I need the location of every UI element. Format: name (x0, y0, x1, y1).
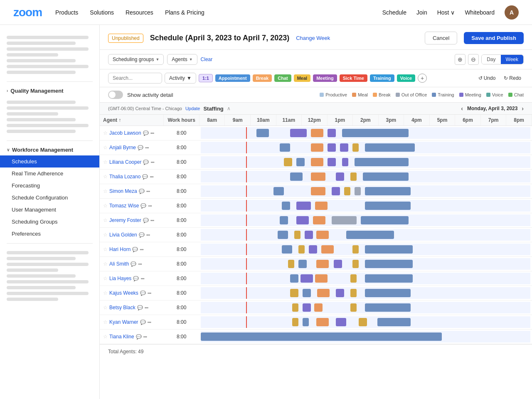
schedule-block[interactable] (365, 187, 411, 195)
agent-name-label[interactable]: Ali Smith (109, 261, 129, 267)
timeline-cell[interactable] (201, 200, 530, 212)
nav-whiteboard[interactable]: Whiteboard (465, 9, 495, 16)
sidebar-item-user-management[interactable]: User Management (0, 204, 99, 216)
nav-resources[interactable]: Resources (126, 9, 153, 16)
star-icon[interactable]: ☆ (103, 319, 108, 325)
prev-date-button[interactable]: ‹ (461, 105, 463, 112)
agent-name-label[interactable]: Liliana Cooper (109, 159, 141, 165)
timeline-cell[interactable] (201, 156, 530, 168)
schedule-block[interactable] (352, 260, 359, 268)
schedule-block[interactable] (355, 187, 361, 195)
message-icon[interactable]: 💬 (143, 160, 149, 165)
save-publish-button[interactable]: Save and Publish (464, 32, 524, 44)
sidebar-item-schedule-config[interactable]: Schedule Configuration (0, 192, 99, 204)
more-options-icon[interactable]: ••• (143, 334, 147, 339)
nav-host[interactable]: Host ∨ (437, 9, 455, 16)
schedule-block[interactable] (334, 260, 342, 268)
message-icon[interactable]: 💬 (139, 232, 145, 238)
schedule-block[interactable] (350, 172, 357, 181)
schedule-block[interactable] (315, 274, 328, 283)
star-icon[interactable]: ☆ (103, 334, 108, 340)
star-icon[interactable]: ☆ (103, 232, 108, 238)
message-icon[interactable]: 💬 (140, 291, 146, 296)
agent-name-label[interactable]: Jeremy Foster (109, 217, 141, 223)
week-view-button[interactable]: Week (501, 55, 523, 64)
cancel-button[interactable]: Cancel (425, 32, 457, 44)
schedule-block[interactable] (352, 245, 359, 254)
sidebar-item-preferences[interactable]: Preferences (0, 228, 99, 240)
schedule-block[interactable] (350, 289, 357, 297)
schedule-block[interactable] (346, 231, 394, 239)
message-icon[interactable]: 💬 (132, 247, 138, 252)
schedule-block[interactable] (314, 303, 323, 312)
schedule-block[interactable] (342, 158, 348, 166)
schedule-block[interactable] (321, 245, 334, 254)
schedule-block[interactable] (298, 260, 307, 268)
more-options-icon[interactable]: ••• (150, 218, 154, 223)
scheduling-groups-dropdown[interactable]: Scheduling groups ▼ (108, 54, 164, 65)
message-icon[interactable]: 💬 (140, 203, 146, 209)
schedule-block[interactable] (328, 143, 336, 152)
tag-sicktime[interactable]: Sick Time (340, 74, 367, 82)
agent-name-label[interactable]: Hari Horn (109, 246, 131, 252)
schedule-block[interactable] (256, 129, 269, 137)
nav-plans-pricing[interactable]: Plans & Pricing (165, 9, 204, 16)
star-icon[interactable]: ☆ (103, 290, 108, 296)
timeline-cell[interactable] (201, 273, 530, 284)
schedule-block[interactable] (290, 129, 307, 137)
star-icon[interactable]: ☆ (103, 217, 108, 223)
sidebar-item-realtime[interactable]: Real Time Adherence (0, 167, 99, 180)
timeline-cell[interactable] (201, 127, 530, 139)
agent-name-label[interactable]: Betsy Black (109, 305, 135, 310)
schedule-block[interactable] (316, 318, 329, 326)
agent-name-label[interactable]: Simon Meza (109, 188, 137, 194)
tag-break[interactable]: Break (253, 74, 272, 82)
more-options-icon[interactable]: ••• (145, 305, 148, 310)
more-options-icon[interactable]: ••• (150, 131, 154, 135)
message-icon[interactable]: 💬 (142, 174, 148, 180)
agent-name-label[interactable]: Lia Hayes (109, 276, 131, 281)
schedule-block[interactable] (311, 129, 323, 137)
timeline-cell[interactable] (201, 258, 530, 270)
col-agent[interactable]: Agent ↑ (100, 115, 164, 126)
timeline-cell[interactable] (201, 214, 530, 226)
schedule-block[interactable] (332, 216, 357, 224)
day-view-button[interactable]: Day (482, 55, 500, 64)
schedule-block[interactable] (201, 332, 442, 341)
schedule-block[interactable] (332, 187, 340, 195)
schedule-block[interactable] (311, 143, 323, 152)
schedule-block[interactable] (282, 245, 292, 254)
schedule-block[interactable] (336, 172, 344, 181)
more-options-icon[interactable]: ••• (146, 189, 150, 194)
tag-11[interactable]: 1:1 (199, 74, 213, 82)
nav-solutions[interactable]: Solutions (90, 9, 114, 16)
schedule-block[interactable] (282, 202, 290, 210)
schedule-block[interactable] (296, 202, 311, 210)
schedule-block[interactable] (365, 260, 413, 268)
schedule-table-container[interactable]: Agent ↑ Work hours 8am 9am 10am 11am 12p… (100, 115, 532, 399)
star-icon[interactable]: ☆ (103, 145, 108, 150)
timeline-cell[interactable] (201, 331, 530, 342)
more-options-icon[interactable]: ••• (148, 291, 151, 296)
search-input[interactable] (108, 73, 162, 84)
schedule-block[interactable] (280, 216, 288, 224)
schedule-block[interactable] (328, 129, 336, 137)
star-icon[interactable]: ☆ (103, 174, 108, 180)
schedule-block[interactable] (290, 289, 298, 297)
schedule-block[interactable] (336, 318, 346, 326)
sidebar-item-forecasting[interactable]: Forecasting (0, 180, 99, 192)
update-link[interactable]: Update (185, 106, 200, 111)
star-icon[interactable]: ☆ (103, 130, 108, 136)
agent-name-label[interactable]: Tiana Kline (109, 334, 134, 340)
schedule-block[interactable] (316, 231, 329, 239)
schedule-block[interactable] (317, 289, 330, 297)
schedule-block[interactable] (273, 187, 284, 195)
schedule-block[interactable] (342, 129, 409, 137)
schedule-block[interactable] (309, 245, 317, 254)
schedule-block[interactable] (305, 231, 313, 239)
schedule-block[interactable] (278, 231, 288, 239)
schedule-block[interactable] (377, 318, 411, 326)
message-icon[interactable]: 💬 (133, 276, 139, 281)
zoom-out-button[interactable]: ⊖ (468, 54, 479, 65)
agent-name-label[interactable]: Anjali Byrne (109, 145, 136, 150)
